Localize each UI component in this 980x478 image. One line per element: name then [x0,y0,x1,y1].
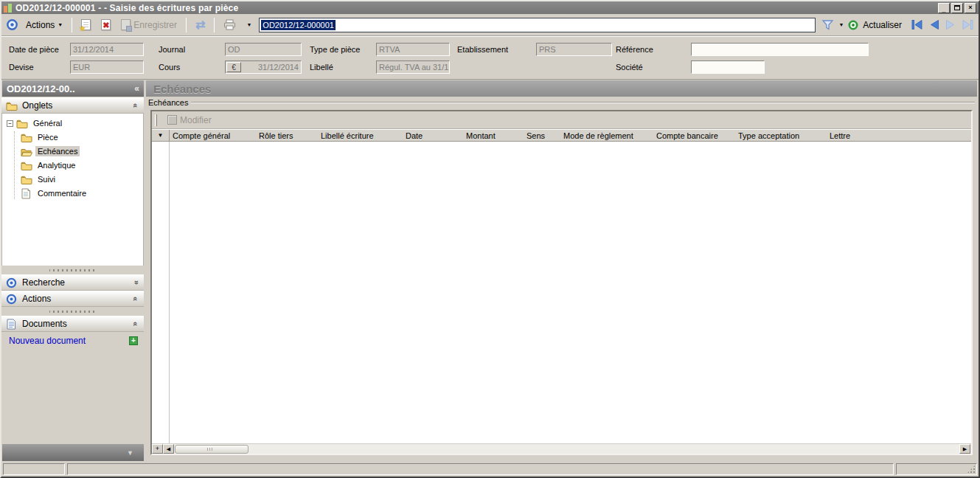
print-options-dropdown[interactable]: ▼ [243,21,254,29]
column-header-montant[interactable]: Montant [463,131,524,140]
maximize-icon [954,5,960,10]
document-header-form: Date de pièce 31/12/2014 Journal OD Type… [1,36,979,80]
add-row-button[interactable]: + [152,444,163,454]
print-button[interactable] [220,18,239,32]
nav-next-button [945,19,956,30]
euro-button[interactable]: € [226,62,241,72]
expand-panel-icon[interactable]: « [131,280,140,285]
column-header-mode-reglement[interactable]: Mode de règlement [560,131,653,140]
collapse-panel-icon[interactable]: « [131,297,140,301]
folder-icon [6,100,18,111]
titlebar: OD2012/12-000001 - - Saisie des écriture… [1,1,979,14]
column-header-lettre[interactable]: Lettre [827,131,971,140]
tree-item-commentaire[interactable]: Commentaire [21,187,142,199]
tree-expander-icon[interactable]: − [7,120,13,127]
libelle-label: Libellé [310,63,333,72]
type-piece-field: RTVA [376,43,450,56]
nav-first-button[interactable] [911,19,923,30]
actions-title: Actions [22,294,129,304]
section-title: Echéances [153,83,211,95]
tree-item-echeances[interactable]: Echéances [21,145,142,157]
filter-dropdown-icon[interactable]: ▼ [838,22,844,27]
table-toolbar: Modifier [152,111,971,129]
column-header-role-tiers[interactable]: Rôle tiers [256,131,318,140]
sidebar: OD2012/12-00.. « Onglets « − Général [1,80,144,462]
column-header-compte-general[interactable]: Compte général [170,131,256,140]
recherche-title: Recherche [22,277,129,288]
filter-button[interactable] [821,19,835,31]
sidebar-splitter-handle[interactable] [49,310,97,313]
recherche-panel-header[interactable]: Recherche « [1,274,144,291]
app-window: OD2012/12-000001 - - Saisie des écriture… [0,0,980,478]
refresh-button[interactable]: Actualiser [863,20,902,30]
column-header-date[interactable]: Date [403,131,463,140]
table-body-empty [152,142,971,443]
documents-panel-header[interactable]: Documents « [1,316,144,332]
tree-item-piece[interactable]: Pièce [21,131,142,143]
folder-icon [21,132,32,142]
folder-icon [16,118,28,128]
nav-last-button [962,19,974,30]
collapse-panel-icon[interactable]: « [131,322,140,326]
table-header-row: ▼ Compte général Rôle tiers Libellé écri… [152,129,971,142]
section-header: Echéances [146,80,977,97]
societe-field[interactable] [691,60,765,74]
resize-grip[interactable] [967,465,976,474]
scroll-left-button[interactable]: ◀ [163,444,174,454]
onglets-tree: − Général Pièce [1,114,144,266]
record-combobox[interactable]: OD2012/12-000001 [259,18,816,32]
tree-item-analytique[interactable]: Analytique [21,159,142,171]
save-button: Enregistrer [118,18,180,32]
groupbox-label: Echéances [148,98,191,107]
add-document-icon[interactable]: + [129,336,138,345]
scroll-right-button[interactable]: ▶ [959,444,970,454]
reference-label: Référence [616,45,653,54]
minimize-button[interactable]: _ [938,3,950,13]
cours-label: Cours [159,63,180,72]
societe-label: Société [616,63,643,72]
sidebar-splitter-handle[interactable] [49,269,97,271]
window-title: OD2012/12-000001 - - Saisie des écriture… [15,3,938,13]
column-header-libelle-ecriture[interactable]: Libellé écriture [318,131,403,140]
actions-panel-header[interactable]: Actions « [1,291,144,307]
row-selector-column-header[interactable]: ▼ [152,130,170,141]
chevron-down-icon: ▼ [127,449,133,457]
toolbar-separator [214,18,215,32]
record-combobox-value: OD2012/12-000001 [261,20,336,30]
toolbar-grip-handle[interactable] [155,114,157,126]
sidebar-record-title: OD2012/12-00.. [7,83,134,94]
row-selector-gutter [152,142,170,443]
refresh-status-icon [847,19,859,31]
maximize-button[interactable] [951,3,963,13]
devise-label: Devise [9,63,34,72]
new-record-button[interactable]: ★ [78,18,94,32]
delete-record-button[interactable]: ✖ [98,18,114,32]
actions-menu-button[interactable]: Actions ▼ [23,18,66,32]
reference-field[interactable] [691,43,869,56]
column-header-type-acceptation[interactable]: Type acceptation [735,131,827,140]
nav-previous-button[interactable] [929,19,939,30]
onglets-panel-header[interactable]: Onglets « [1,97,144,114]
toolbar-separator [72,18,72,32]
close-button[interactable]: × [965,3,976,13]
devise-field: EUR [70,60,144,74]
scrollbar-thumb[interactable] [175,445,249,454]
tree-item-suivi[interactable]: Suivi [21,173,142,185]
sidebar-bottom-bar[interactable]: ▼ [2,444,144,461]
collapse-panel-icon[interactable]: « [131,103,140,108]
chevron-down-icon: ▼ [58,22,63,27]
printer-icon [223,19,236,30]
new-document-link[interactable]: Nouveau document [9,336,129,346]
column-header-compte-bancaire[interactable]: Compte bancaire [653,131,735,140]
reload-button[interactable]: ⇄ [192,18,208,32]
bullseye-icon [6,277,18,288]
statusbar [1,462,979,477]
column-header-sens[interactable]: Sens [524,131,560,140]
date-piece-label: Date de pièce [9,45,59,54]
collapse-sidebar-icon[interactable]: « [134,83,139,94]
tree-item-general[interactable]: − Général [7,117,142,129]
bullseye-icon [6,18,18,31]
modify-button: Modifier [164,114,215,127]
app-icon [4,4,13,13]
folder-open-icon [21,146,32,156]
